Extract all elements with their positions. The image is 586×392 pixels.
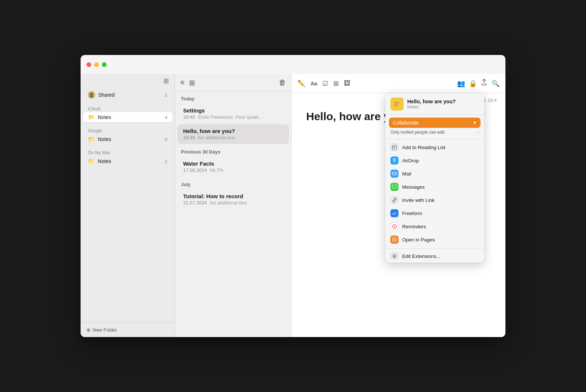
invite-link-label: Invite with Link	[402, 197, 435, 203]
menu-item-airdrop[interactable]: AirDrop	[385, 154, 484, 167]
collaborate-selector[interactable]: Collaborate ▼	[389, 118, 481, 128]
editor-toolbar: ✏️ Aa ☑ ⊞ 🖼 👥 🔒 🔍	[292, 74, 505, 93]
note-title: Water Facts	[183, 160, 283, 167]
note-meta: 17.08.2024 68.7%	[183, 167, 283, 173]
menu-item-reminders[interactable]: Reminders	[385, 220, 484, 233]
menu-item-mail[interactable]: Mail	[385, 167, 484, 180]
svg-rect-3	[392, 172, 397, 175]
note-title: Tutorial: How to record	[183, 193, 283, 199]
airdrop-label: AirDrop	[402, 158, 419, 163]
menu-item-messages[interactable]: Messages	[385, 180, 484, 193]
search-button[interactable]: 🔍	[492, 79, 500, 88]
note-preview: Ernie Freelancer. Poor qualit...	[198, 114, 263, 120]
chevron-right-icon: ›	[478, 130, 479, 135]
maximize-button[interactable]	[102, 62, 107, 67]
messages-icon	[390, 183, 398, 191]
checklist-button[interactable]: ☑	[322, 79, 328, 88]
chevron-down-icon: ▼	[472, 120, 477, 125]
close-button[interactable]	[86, 62, 91, 67]
notes-list: ≡ ⊞ 🗑 Today Settings 18:40 Ernie Freela	[175, 74, 292, 337]
note-item-hello[interactable]: Hello, how are you? 18:40 No additional …	[177, 124, 289, 144]
menu-item-invite-link[interactable]: Invite with Link	[385, 193, 484, 207]
popup-divider	[385, 248, 484, 249]
notes-icloud-label: Notes	[98, 114, 162, 120]
note-time: 31.07.2024	[183, 200, 207, 206]
section-july: July	[175, 177, 291, 189]
collaborate-row: Collaborate ▼ Only invited people can ed…	[385, 115, 484, 139]
note-item-water[interactable]: Water Facts 17.08.2024 68.7%	[177, 157, 289, 177]
note-preview: No additional text	[198, 135, 235, 140]
new-folder-icon: ⊕	[86, 327, 90, 333]
shared-count: 1	[165, 92, 167, 98]
reading-list-label: Add to Reading List	[402, 145, 445, 150]
new-folder-button[interactable]: ⊕ New Folder	[86, 327, 117, 333]
note-item-settings[interactable]: Settings 18:40 Ernie Freelancer. Poor qu…	[177, 104, 289, 123]
note-time: 18:40	[183, 114, 195, 120]
notes-icloud-count: 4	[165, 115, 167, 120]
reminders-icon	[390, 222, 398, 230]
mail-icon	[390, 170, 398, 178]
table-button[interactable]: ⊞	[333, 79, 339, 88]
minimize-button[interactable]	[94, 62, 99, 67]
shared-icon: 👤	[88, 91, 95, 99]
mail-label: Mail	[402, 171, 411, 177]
lock-button[interactable]: 🔒	[469, 79, 477, 88]
sidebar-footer: ⊕ New Folder	[81, 322, 175, 337]
folder-icon-icloud: 📁	[88, 114, 95, 121]
sidebar-item-notes-mac[interactable]: 📁 Notes 2	[83, 156, 173, 166]
font-button[interactable]: Aa	[311, 81, 317, 86]
folder-icon-mac: 📁	[88, 158, 95, 164]
note-preview: No additional text	[210, 200, 246, 206]
shared-label: Shared	[98, 92, 162, 98]
freeform-icon	[390, 209, 398, 217]
main-window: ⊞ 👤 Shared 1 iCloud 📁 Notes 4	[81, 55, 505, 337]
svg-point-6	[394, 255, 395, 257]
list-view-button[interactable]: ≡	[180, 78, 185, 87]
menu-item-freeform[interactable]: Freeform	[385, 207, 484, 220]
share-popup: Hello, how are you? Notes Collaborate ▼ …	[385, 93, 484, 263]
airdrop-icon	[390, 156, 398, 164]
edit-extensions-button[interactable]: Edit Extensions...	[385, 249, 484, 263]
reading-list-icon	[390, 143, 398, 151]
sidebar-toggle-button[interactable]: ⊞	[163, 77, 169, 85]
svg-point-2	[394, 160, 396, 162]
pages-label: Open in Pages	[402, 237, 435, 243]
freeform-label: Freeform	[402, 211, 422, 216]
popup-note-title: Hello, how are you?	[407, 99, 456, 104]
note-time: 17.08.2024	[183, 167, 207, 173]
section-today: Today	[175, 92, 291, 103]
popup-note-app: Notes	[407, 104, 456, 110]
menu-item-pages[interactable]: Open in Pages	[385, 233, 484, 246]
collaborate-label: Collaborate	[393, 120, 419, 126]
note-meta: 31.07.2024 No additional text	[183, 200, 283, 206]
reminders-label: Reminders	[402, 224, 426, 229]
popup-note-icon	[390, 97, 404, 111]
pages-icon	[390, 236, 398, 244]
collab-button[interactable]: 👥	[457, 79, 465, 88]
compose-button[interactable]: ✏️	[297, 79, 305, 88]
sidebar-item-notes-icloud[interactable]: 📁 Notes 4	[83, 112, 173, 122]
grid-icon: ⊞	[189, 78, 195, 87]
edit-extensions-label: Edit Extensions...	[402, 254, 440, 259]
delete-note-button[interactable]: 🗑	[279, 78, 286, 87]
sidebar-item-notes-google[interactable]: 📁 Notes 0	[83, 134, 173, 144]
mac-label: On My Mac	[81, 147, 175, 156]
sidebar-item-shared[interactable]: 👤 Shared 1	[83, 89, 173, 100]
titlebar	[81, 55, 505, 74]
grid-view-button[interactable]: ⊞	[189, 78, 195, 87]
popup-note-info: Hello, how are you? Notes	[407, 99, 456, 110]
note-item-tutorial[interactable]: Tutorial: How to record 31.07.2024 No ad…	[177, 189, 289, 209]
share-button[interactable]	[481, 79, 488, 88]
new-folder-label: New Folder	[93, 327, 117, 333]
menu-item-reading-list[interactable]: Add to Reading List	[385, 141, 484, 154]
section-30days: Previous 30 Days	[175, 145, 291, 156]
media-button[interactable]: 🖼	[344, 79, 351, 87]
list-icon: ≡	[180, 78, 185, 87]
delete-icon: 🗑	[279, 78, 286, 87]
notes-google-count: 0	[165, 137, 167, 142]
notes-list-content: Today Settings 18:40 Ernie Freelancer. P…	[175, 92, 291, 337]
icloud-label: iCloud	[81, 103, 175, 112]
notes-mac-label: Notes	[98, 158, 162, 164]
popup-header: Hello, how are you? Notes	[385, 93, 484, 115]
sidebar-top: ⊞	[81, 77, 175, 88]
